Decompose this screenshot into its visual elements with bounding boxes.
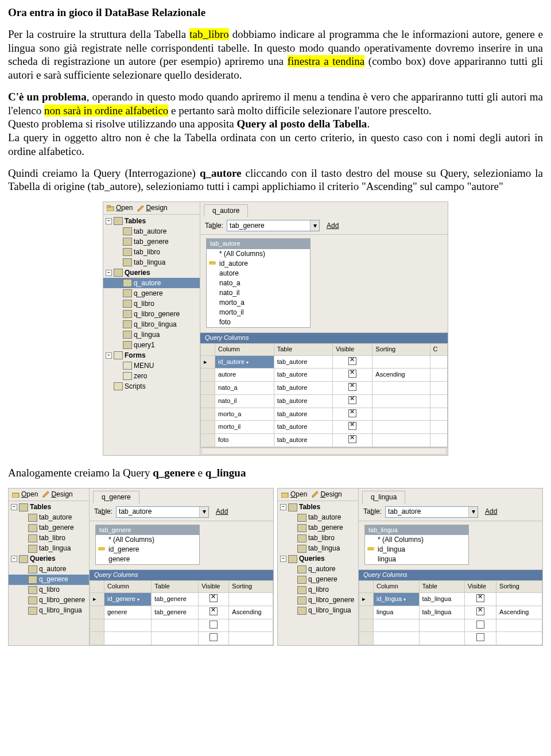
field-item[interactable]: id_lingua [365,545,468,555]
chevron-down-icon[interactable]: ▾ [468,507,478,517]
add-button[interactable]: Add [212,507,231,517]
tree-item[interactable]: q_autore [9,564,89,575]
tree-item[interactable]: tab_genere [278,523,358,533]
query-columns-grid[interactable]: Column Table Visible Sorting C ▸id_autor… [200,343,448,447]
tree-item-q-libro-genere[interactable]: q_libro_genere [103,309,200,319]
field-item[interactable]: id_autore [207,259,310,269]
tree-item[interactable]: tab_autore [278,513,358,523]
designer-tab[interactable]: q_genere [93,491,139,503]
designer-tab[interactable]: q_autore [204,204,248,217]
grid-row[interactable]: ▸id_autore ▾tab_autore [201,355,448,369]
tree-item-query1[interactable]: query1 [103,340,200,350]
grid-row[interactable] [359,619,542,632]
object-tree[interactable]: −Tables tab_autore tab_genere tab_libro … [103,215,200,394]
tree-item-zero[interactable]: zero [103,371,200,381]
tree-item-q-libro-lingua[interactable]: q_libro_lingua [103,319,200,329]
query-columns-grid[interactable]: ColumnTableVisibleSorting ▸id_lingua ▾ta… [359,580,542,645]
checkbox[interactable] [348,357,356,365]
field-item[interactable]: autore [207,269,310,278]
tree-item[interactable]: q_autore [278,564,358,575]
field-item[interactable]: * (All Columns) [96,535,199,545]
add-button[interactable]: Add [323,221,342,231]
field-item[interactable]: nato_a [207,278,310,288]
tree-item[interactable]: tab_lingua [9,544,89,554]
tree-item-q-genere[interactable]: q_genere [9,575,89,585]
grid-row[interactable]: fototab_autore [201,434,448,447]
tree-item[interactable]: tab_genere [9,523,89,533]
field-item[interactable]: * (All Columns) [365,535,468,545]
field-item[interactable]: morto_a [207,298,310,308]
checkbox[interactable] [348,370,356,378]
design-button[interactable]: Design [42,490,72,499]
tree-item[interactable]: q_libro_genere [9,595,89,606]
tree-item-q-libro[interactable]: q_libro [103,298,200,309]
table-combobox[interactable]: tab_autore▾ [385,506,478,518]
tree-item-tab-autore[interactable]: tab_autore [103,226,200,237]
design-button[interactable]: Design [137,204,167,212]
fields-box[interactable]: tab_genere * (All Columns)id_generegener… [95,525,200,565]
table-combobox[interactable]: tab_autore▾ [116,506,209,518]
query-columns-grid[interactable]: ColumnTableVisibleSorting ▸id_genere ▾ta… [90,580,273,645]
tree-item[interactable]: tab_lingua [278,544,358,554]
tree-item-q-lingua[interactable]: q_lingua [103,329,200,340]
design-button[interactable]: Design [312,490,342,499]
open-button[interactable]: Open [281,490,307,499]
field-item[interactable]: genere [96,555,199,564]
checkbox[interactable] [348,422,356,430]
tree-item-tab-lingua[interactable]: tab_lingua [103,257,200,267]
field-item[interactable]: lingua [365,555,468,564]
collapse-icon[interactable]: − [280,504,286,510]
grid-row[interactable]: autoretab_autoreAscending [201,369,448,382]
horizontal-scrollbar[interactable] [200,447,448,455]
grid-row[interactable] [90,632,273,645]
tree-item[interactable]: q_libro_genere [278,595,358,606]
tree-item-tab-genere[interactable]: tab_genere [103,237,200,247]
add-button[interactable]: Add [482,507,500,517]
checkbox[interactable] [348,435,356,443]
fields-box[interactable]: tab_lingua * (All Columns)id_lingualingu… [364,525,469,565]
checkbox[interactable] [348,383,356,391]
table-combobox[interactable]: tab_genere ▾ [227,220,320,231]
grid-row[interactable] [359,632,542,645]
checkbox[interactable] [209,607,218,615]
fields-list[interactable]: * (All Columns)id_autoreautorenato_anato… [207,249,310,327]
tree-item[interactable]: q_libro [278,585,358,595]
tree-item-q-autore[interactable]: q_autore [103,278,200,288]
checkbox[interactable] [476,607,484,615]
tree-item-tab-libro[interactable]: tab_libro [103,247,200,257]
tree-item[interactable]: q_genere [278,575,358,585]
grid-row[interactable]: nato_atab_autore [201,382,448,395]
chevron-down-icon[interactable]: ▾ [310,220,319,231]
tree-item[interactable]: q_libro_lingua [9,606,89,616]
checkbox[interactable] [209,621,218,629]
field-item[interactable]: * (All Columns) [207,249,310,259]
field-item[interactable]: morto_il [207,308,310,317]
grid-row[interactable]: ▸id_lingua ▾tab_lingua [359,593,542,606]
checkbox[interactable] [209,594,218,602]
field-item[interactable]: id_genere [96,545,199,555]
tree-item-menu[interactable]: MENU [103,360,200,371]
field-item[interactable]: nato_il [207,288,310,298]
checkbox[interactable] [348,409,356,417]
collapse-icon[interactable]: − [106,352,112,359]
checkbox[interactable] [209,633,218,641]
checkbox[interactable] [476,594,484,602]
collapse-icon[interactable]: − [11,556,17,562]
field-item[interactable]: foto [207,317,310,327]
checkbox[interactable] [476,621,484,629]
open-button[interactable]: Open [107,204,133,212]
grid-row[interactable]: ▸id_genere ▾tab_genere [90,593,273,606]
tree-item-q-genere[interactable]: q_genere [103,288,200,298]
grid-row[interactable]: linguatab_linguaAscending [359,606,542,619]
chevron-down-icon[interactable]: ▾ [199,507,208,517]
tree-item[interactable]: q_libro_lingua [278,606,358,616]
tree-item[interactable]: tab_libro [9,533,89,544]
collapse-icon[interactable]: − [280,556,286,562]
tree-item[interactable]: q_libro [9,585,89,595]
collapse-icon[interactable]: − [106,270,112,276]
collapse-icon[interactable]: − [106,218,112,224]
grid-row[interactable]: generetab_genereAscending [90,606,273,619]
checkbox[interactable] [476,633,484,641]
designer-tab[interactable]: q_lingua [362,491,405,503]
tree-item[interactable]: tab_libro [278,533,358,544]
